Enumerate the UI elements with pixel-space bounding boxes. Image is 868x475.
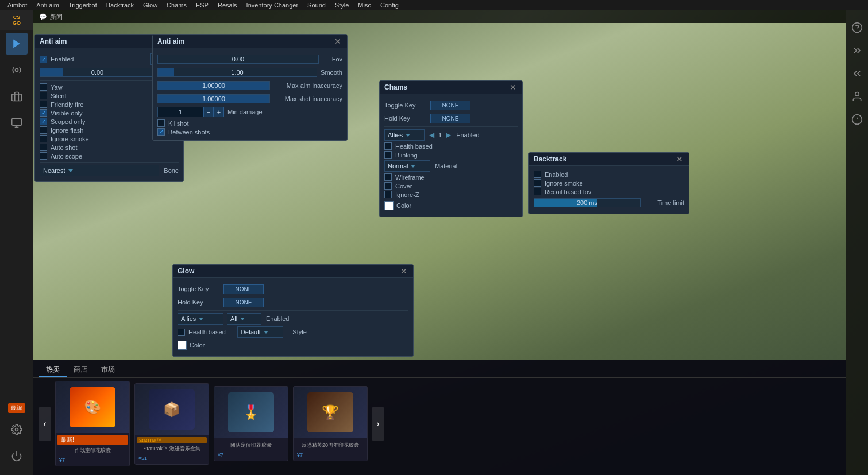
backtrack-time-slider[interactable]: 200 ms	[534, 198, 641, 207]
sidebar-tv[interactable]	[6, 112, 28, 134]
shop-item-img-1: 📦	[135, 384, 209, 435]
right-chevrons[interactable]	[848, 41, 866, 60]
ignore-flash-checkbox[interactable]	[40, 126, 47, 134]
silent-checkbox[interactable]	[40, 92, 47, 99]
smooth-slider[interactable]: 1.00	[157, 68, 317, 77]
backtrack-enabled-checkbox[interactable]	[534, 171, 541, 178]
carousel-prev[interactable]: ‹	[39, 407, 51, 441]
pitch-slider[interactable]: 0.00	[40, 68, 155, 77]
max-aim-slider[interactable]: 1.00000	[157, 81, 270, 90]
min-damage-plus[interactable]: +	[214, 107, 224, 117]
carousel-next[interactable]: ›	[372, 407, 384, 441]
menu-config[interactable]: Config	[376, 2, 403, 9]
chams-allies-val: Allies	[388, 132, 403, 138]
menu-sound[interactable]: Sound	[303, 2, 330, 9]
fov-slider[interactable]: 0.00	[157, 55, 319, 64]
chams-allies-dropdown[interactable]: Allies	[384, 129, 425, 141]
menu-resals[interactable]: Resals	[213, 2, 242, 9]
scoped-only-checkbox[interactable]	[40, 118, 47, 125]
chams-ignorez-checkbox[interactable]	[384, 191, 392, 198]
chams-color-swatch[interactable]	[384, 201, 394, 210]
ignore-smoke-checkbox[interactable]	[40, 135, 47, 142]
right-chevrons2[interactable]	[848, 64, 866, 83]
auto-scope-checkbox[interactable]	[40, 152, 47, 160]
antiaim-ext-header[interactable]: Anti aim ✕	[153, 35, 347, 48]
sidebar-play[interactable]	[6, 33, 28, 55]
chams-prev-btn[interactable]: ◀	[427, 131, 436, 139]
glow-default-dropdown[interactable]: Default	[237, 326, 283, 338]
chams-material-dropdown[interactable]: Normal	[384, 160, 430, 172]
fov-value: 0.00	[158, 55, 318, 63]
glow-color-row: Color	[178, 339, 408, 351]
glow-all-dropdown[interactable]: All	[227, 313, 261, 325]
menu-esp[interactable]: ESP	[191, 2, 213, 9]
glow-body: Toggle Key NONE Hold Key NONE Allies All…	[173, 278, 413, 356]
sidebar-broadcast[interactable]	[6, 59, 28, 81]
glow-hold-key-btn[interactable]: NONE	[223, 298, 264, 307]
chams-toggle-key-btn[interactable]: NONE	[430, 101, 470, 110]
svg-point-6	[16, 428, 18, 431]
shop-tab-store[interactable]: 商店	[67, 363, 94, 377]
sidebar-bag[interactable]	[6, 86, 28, 107]
menu-misc[interactable]: Misc	[353, 2, 376, 9]
chams-next-btn[interactable]: ▶	[444, 131, 453, 139]
yaw-checkbox[interactable]	[40, 83, 47, 91]
max-shot-slider[interactable]: 1.00000	[157, 94, 270, 103]
backtrack-header[interactable]: Backtrack ✕	[529, 153, 689, 166]
visible-only-checkbox[interactable]	[40, 109, 47, 117]
chams-blinking-checkbox[interactable]	[384, 151, 392, 159]
glow-color-label: Color	[190, 342, 205, 349]
chams-blinking-label: Blinking	[395, 152, 418, 159]
menu-aimbot[interactable]: Aimbot	[3, 2, 32, 9]
glow-header[interactable]: Glow ✕	[173, 265, 413, 278]
glow-allies-val: Allies	[181, 315, 196, 322]
antiaim-ext-close[interactable]: ✕	[333, 37, 342, 45]
glow-close[interactable]: ✕	[399, 267, 408, 275]
menu-triggerbot[interactable]: Triggerbot	[64, 2, 102, 9]
backtrack-enabled-row: Enabled	[534, 171, 684, 178]
chams-header[interactable]: Chams ✕	[380, 81, 522, 94]
menu-style[interactable]: Style	[330, 2, 353, 9]
menu-backtrack[interactable]: Backtrack	[102, 2, 138, 9]
menu-inventory[interactable]: Inventory Changer	[242, 2, 303, 9]
right-person[interactable]	[848, 87, 866, 106]
menu-antiaim[interactable]: Anti aim	[32, 2, 64, 9]
nearest-dropdown[interactable]: Nearest	[40, 165, 159, 176]
shop-item-2[interactable]: 🎖️ 团队定位印花胶囊 ¥7	[214, 386, 288, 461]
sidebar-power[interactable]	[6, 445, 28, 467]
right-question[interactable]	[848, 18, 866, 37]
smooth-value: 1.00	[158, 68, 317, 76]
killshot-checkbox[interactable]	[157, 119, 165, 127]
auto-shot-checkbox[interactable]	[40, 144, 47, 151]
backtrack-time-row: 200 ms Time limit	[534, 197, 684, 208]
menu-chams[interactable]: Chams	[162, 2, 191, 9]
shop-item-3[interactable]: 🏆 反恐精英20周年印花胶囊 ¥7	[293, 386, 368, 461]
backtrack-close[interactable]: ✕	[675, 155, 684, 163]
glow-health-checkbox[interactable]	[178, 329, 185, 336]
friendly-fire-checkbox[interactable]	[40, 101, 47, 108]
shop-item-0[interactable]: 🎨 最新! 作战室印花胶囊 ¥7	[55, 381, 130, 466]
min-damage-val[interactable]: 1	[157, 107, 203, 117]
shop-item-1[interactable]: 📦 StatTrak™ StatTrak™ 激进音乐盒集 ¥51	[134, 383, 209, 465]
backtrack-recoil-checkbox[interactable]	[534, 188, 541, 195]
backtrack-smoke-checkbox[interactable]	[534, 179, 541, 187]
chams-cover-checkbox[interactable]	[384, 182, 392, 190]
shop-tab-market[interactable]: 市场	[94, 363, 122, 377]
menu-glow[interactable]: Glow	[138, 2, 162, 9]
min-damage-minus[interactable]: −	[203, 107, 214, 117]
svg-point-10	[855, 92, 859, 96]
chams-hold-key-btn[interactable]: NONE	[430, 114, 470, 123]
chams-close[interactable]: ✕	[508, 83, 518, 91]
shop-tabs: 热卖 商店 市场	[33, 360, 846, 378]
glow-color-swatch[interactable]	[178, 341, 187, 350]
antiaim-enabled-checkbox[interactable]	[40, 56, 47, 63]
between-shots-checkbox[interactable]	[157, 128, 165, 136]
glow-allies-dropdown[interactable]: Allies	[178, 313, 223, 325]
chams-nav: ◀ 1 ▶	[427, 131, 453, 139]
right-info[interactable]	[848, 110, 866, 129]
chams-wireframe-checkbox[interactable]	[384, 173, 392, 181]
sidebar-settings[interactable]	[6, 419, 28, 441]
glow-toggle-key-btn[interactable]: NONE	[223, 284, 264, 294]
shop-tab-hot[interactable]: 热卖	[39, 363, 67, 377]
chams-health-checkbox[interactable]	[384, 142, 392, 150]
